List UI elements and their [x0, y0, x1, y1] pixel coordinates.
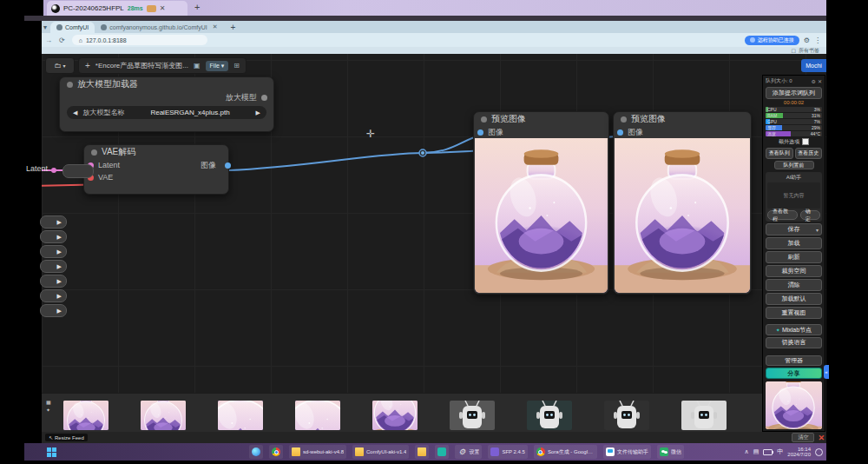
resize-feed-button[interactable]: ↖ Resize Feed	[45, 434, 88, 441]
site-info-icon[interactable]: ⌂	[79, 37, 82, 43]
feed-thumbnail[interactable]	[141, 401, 186, 430]
menu-button-5[interactable]: 清除	[766, 279, 822, 291]
close-tab-icon[interactable]: ✕	[213, 23, 218, 30]
tab-search-caret-icon[interactable]: ▾	[43, 23, 47, 31]
output-slot-icon[interactable]	[261, 95, 267, 101]
queue-prompt-button[interactable]: 添加提示词队列	[766, 87, 822, 99]
taskbar-item[interactable]	[435, 445, 449, 459]
switch-language-button[interactable]: 切换语言	[766, 337, 822, 348]
taskbar-item-微信[interactable]: 微信	[657, 445, 684, 459]
input-slot-icon[interactable]	[477, 129, 483, 136]
taskbar-item[interactable]	[415, 445, 429, 459]
start-button[interactable]	[47, 447, 56, 457]
battery-icon[interactable]	[763, 449, 773, 455]
input-image[interactable]: 图像	[614, 126, 751, 138]
taskbar-item[interactable]	[269, 445, 283, 459]
view-queue-button[interactable]: 查看队列	[766, 148, 793, 159]
node-title-row[interactable]: VAE解码	[84, 145, 228, 159]
input-slot-icon[interactable]	[617, 129, 623, 136]
node-title-row[interactable]: 预览图像	[614, 112, 751, 126]
menu-button-3[interactable]: 刷新	[766, 251, 822, 263]
collapsed-node[interactable]: ▶	[40, 289, 67, 302]
node-collapse-dot[interactable]	[621, 116, 627, 123]
manager-button[interactable]: 管理器	[766, 355, 822, 367]
node-preview-image-1[interactable]: 预览图像 图像	[473, 111, 609, 295]
save-workflow-icon[interactable]: ▣	[194, 62, 201, 70]
node-collapse-dot[interactable]	[481, 116, 487, 123]
input-latent[interactable]: Latent 图像	[84, 159, 228, 171]
menu-button-2[interactable]: 加载	[766, 237, 822, 249]
taskbar-item-ComfyUI-aki-v1.4[interactable]: ComfyUI-aki-v1.4	[352, 445, 409, 459]
mochi-button[interactable]: Mochi	[801, 59, 826, 72]
feed-thumbnail[interactable]	[295, 401, 340, 430]
taskbar-item[interactable]	[249, 445, 263, 459]
latest-image-thumbnail[interactable]	[766, 381, 822, 429]
taskbar-item-sd-webui-aki-v4.8[interactable]: sd-webui-aki-v4.8	[289, 445, 346, 459]
feed-thumbnail[interactable]	[218, 401, 263, 430]
new-session-button[interactable]: +	[194, 2, 200, 12]
ai-confirm-button[interactable]: 确定	[800, 210, 820, 220]
preview-image[interactable]	[475, 138, 608, 293]
reroute-node[interactable]	[62, 164, 94, 178]
mixlab-button[interactable]: ✦ Mixlab节点	[766, 324, 822, 335]
sidebar-collapse-icon[interactable]: «	[824, 365, 829, 379]
taskbar-clock[interactable]: 16:14 2024/7/20	[787, 447, 811, 457]
prev-arrow-icon[interactable]: ◀	[73, 109, 77, 116]
collapsed-node[interactable]: ▶	[40, 245, 67, 258]
collapsed-node[interactable]: ▶	[40, 230, 67, 243]
extra-options-checkbox[interactable]	[802, 138, 809, 145]
settings-gear-icon[interactable]: ⚙	[812, 78, 816, 84]
taskbar-item-SFP 2.4.5[interactable]: SFP 2.4.5	[488, 445, 528, 459]
view-history-button[interactable]: 查看历史	[795, 148, 823, 159]
menu-button-6[interactable]: 加载默认	[766, 293, 822, 305]
new-workflow-button[interactable]: +	[85, 61, 90, 70]
node-preview-image-2[interactable]: 预览图像 图像	[613, 111, 752, 295]
feed-thumbnail[interactable]	[681, 401, 727, 430]
feed-clear-button[interactable]: 清空	[792, 433, 814, 442]
node-vae-decode[interactable]: VAE解码 Latent 图像 VAE	[83, 144, 229, 195]
input-image[interactable]: 图像	[474, 126, 608, 138]
menu-button-1[interactable]: 保存▾	[766, 223, 822, 235]
collapsed-node[interactable]: ▶	[40, 215, 67, 229]
feed-thumbnail[interactable]	[604, 401, 649, 430]
taskbar-item-设置[interactable]: ⚙设置	[455, 445, 482, 459]
next-arrow-icon[interactable]: ▶	[256, 109, 260, 116]
remote-session-tab[interactable]: PC-20240625HFPL 28ms ✕	[47, 1, 187, 16]
ime-language-indicator[interactable]: 中	[777, 447, 783, 456]
output-slot-icon[interactable]	[225, 162, 231, 169]
forward-icon[interactable]: →	[45, 36, 52, 44]
feed-image-icon[interactable]: ▦	[46, 399, 51, 405]
close-menu-icon[interactable]: ✕	[818, 78, 822, 84]
node-title-row[interactable]: 预览图像	[474, 112, 608, 126]
new-tab-button[interactable]: +	[231, 23, 236, 32]
taskbar-item-Sora生成 - Google Chro...[interactable]: Sora生成 - Google Chro...	[534, 445, 597, 459]
menu-button-7[interactable]: 重置视图	[766, 307, 822, 319]
input-vae[interactable]: VAE	[84, 171, 228, 183]
collapsed-node[interactable]: ▶	[40, 275, 67, 288]
extensions-puzzle-icon[interactable]: ⚙	[804, 36, 810, 44]
taskbar-item-文件传输助手[interactable]: 文件传输助手	[603, 445, 651, 459]
address-bar[interactable]: ⌂ 127.0.0.1:8188	[72, 35, 207, 45]
reload-icon[interactable]: ⟳	[59, 36, 65, 44]
collapsed-node[interactable]: ▶	[40, 304, 67, 317]
feed-thumbnail[interactable]	[63, 401, 108, 430]
browser-menu-icon[interactable]: ⋮	[814, 36, 821, 44]
feed-thumbnail[interactable]	[372, 401, 418, 430]
browser-tab-secondary[interactable]: comfyanonymous.github.io/ComfyUI ✕	[95, 22, 223, 33]
extra-options-checkbox-row[interactable]: 额外选项	[766, 138, 822, 146]
feed-pin-icon[interactable]: ✦	[46, 407, 51, 413]
queue-front-button[interactable]: 队列置前	[774, 161, 814, 170]
output-upscale-model[interactable]: 放大模型	[60, 91, 273, 103]
node-upscale-model-loader[interactable]: 放大模型加载器 放大模型 ◀ 放大模型名称 RealESRGAN_x4plus.…	[59, 76, 274, 132]
share-button[interactable]: 分享	[766, 368, 822, 379]
chevron-down-icon[interactable]: ▾	[816, 227, 819, 233]
workflow-tab-label[interactable]: *Encore产品草图特写渐变图...	[95, 61, 188, 70]
extension-badge[interactable]: 远程协助已连接	[745, 36, 799, 45]
feed-thumbnail[interactable]	[450, 401, 495, 430]
grid-view-icon[interactable]: ⊞	[233, 62, 240, 70]
node-collapse-dot[interactable]	[91, 149, 97, 156]
node-title-row[interactable]: 放大模型加载器	[60, 77, 273, 91]
chevron-up-icon[interactable]: ∧	[745, 448, 749, 455]
display-icon[interactable]: ▤	[753, 448, 760, 455]
feed-thumbnail[interactable]	[527, 401, 572, 430]
